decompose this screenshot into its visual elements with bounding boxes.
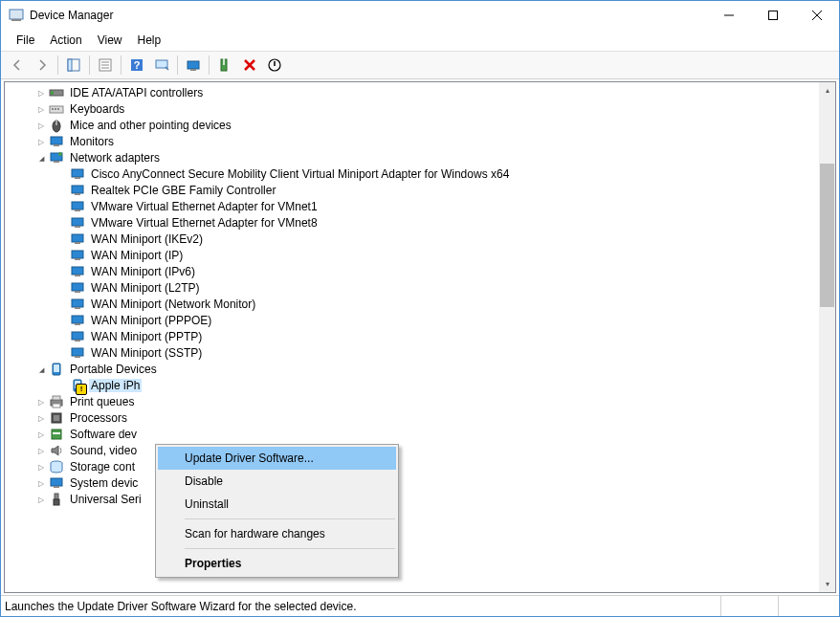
menu-view[interactable]: View xyxy=(90,32,130,49)
tree-node[interactable]: VMware Virtual Ethernet Adapter for VMne… xyxy=(5,214,819,231)
cpu-icon xyxy=(49,410,64,426)
tree-node[interactable]: Keyboards xyxy=(5,100,819,117)
ctx-disable[interactable]: Disable xyxy=(158,470,396,493)
svg-rect-22 xyxy=(51,91,54,95)
svg-rect-36 xyxy=(72,186,83,193)
ctx-properties[interactable]: Properties xyxy=(158,552,396,575)
tree-node[interactable]: Universal Seri xyxy=(5,491,819,507)
titlebar[interactable]: Device Manager xyxy=(1,1,839,30)
tree-node[interactable]: WAN Miniport (PPPOE) xyxy=(5,312,819,328)
tree-node[interactable]: System devic xyxy=(5,474,819,491)
tree-node[interactable]: VMware Virtual Ethernet Adapter for VMne… xyxy=(5,198,819,214)
tree-node-label: WAN Miniport (IKEv2) xyxy=(89,232,205,246)
twisty-icon[interactable] xyxy=(33,396,49,407)
ctx-uninstall[interactable]: Uninstall xyxy=(158,493,396,516)
tree-node[interactable]: Realtek PCIe GBE Family Controller xyxy=(5,182,819,198)
tree-node[interactable]: WAN Miniport (IKEv2) xyxy=(5,231,819,247)
ctx-update-driver[interactable]: Update Driver Software... xyxy=(158,447,396,470)
twisty-icon[interactable] xyxy=(33,477,49,488)
tree-node-label: Print queues xyxy=(68,395,136,408)
twisty-icon[interactable] xyxy=(33,461,49,472)
twisty-icon[interactable] xyxy=(33,120,49,130)
tree-node[interactable]: Portable Devices xyxy=(5,361,819,377)
svg-rect-32 xyxy=(54,161,59,163)
svg-rect-63 xyxy=(53,396,60,400)
scroll-down-button[interactable]: ▾ xyxy=(819,576,835,592)
tree-node-label: Realtek PCIe GBE Family Controller xyxy=(89,184,277,197)
scrollbar-thumb[interactable] xyxy=(820,164,834,307)
device-tree-area: IDE ATA/ATAPI controllersKeyboardsMice a… xyxy=(4,81,836,593)
tree-node[interactable]: Monitors xyxy=(5,133,819,149)
disable-button[interactable] xyxy=(263,54,286,77)
separator xyxy=(209,55,210,75)
ctx-scan-hardware[interactable]: Scan for hardware changes xyxy=(158,522,396,545)
menu-action[interactable]: Action xyxy=(42,32,89,49)
menu-file[interactable]: File xyxy=(9,32,42,49)
tree-node[interactable]: Network adapters xyxy=(5,149,819,165)
tree-node[interactable]: WAN Miniport (Network Monitor) xyxy=(5,296,819,312)
svg-text:?: ? xyxy=(134,59,141,71)
tree-node-label: Processors xyxy=(68,411,129,425)
scan-hardware-button[interactable] xyxy=(150,54,173,77)
svg-rect-61 xyxy=(75,381,80,388)
svg-rect-43 xyxy=(75,242,80,244)
tree-node-label: WAN Miniport (PPTP) xyxy=(89,330,204,343)
forward-button[interactable] xyxy=(31,54,54,77)
tree-node[interactable]: Cisco AnyConnect Secure Mobility Client … xyxy=(5,165,819,182)
back-button[interactable] xyxy=(6,54,29,77)
device-tree[interactable]: IDE ATA/ATAPI controllersKeyboardsMice a… xyxy=(5,82,819,592)
update-driver-button[interactable] xyxy=(182,54,205,77)
tree-node[interactable]: WAN Miniport (IPv6) xyxy=(5,263,819,279)
app-icon xyxy=(9,8,24,23)
twisty-icon[interactable] xyxy=(33,364,49,374)
tree-node-label: WAN Miniport (Network Monitor) xyxy=(89,297,257,311)
tree-node[interactable]: Mice and other pointing devices xyxy=(5,117,819,133)
svg-rect-57 xyxy=(75,356,80,358)
close-button[interactable] xyxy=(795,1,839,30)
tree-node[interactable]: WAN Miniport (L2TP) xyxy=(5,279,819,296)
twisty-icon[interactable] xyxy=(33,429,49,439)
twisty-icon[interactable] xyxy=(33,445,49,455)
tree-node[interactable]: Apple iPh xyxy=(5,377,819,393)
tree-node[interactable]: WAN Miniport (IP) xyxy=(5,247,819,263)
menu-help[interactable]: Help xyxy=(130,32,169,49)
uninstall-button[interactable] xyxy=(238,54,261,77)
svg-rect-37 xyxy=(75,193,80,195)
svg-point-33 xyxy=(58,152,62,156)
storage-icon xyxy=(49,459,64,474)
tree-node-label: WAN Miniport (IP) xyxy=(89,249,185,262)
twisty-icon[interactable] xyxy=(33,152,49,163)
tree-node[interactable]: Storage cont xyxy=(5,458,819,474)
show-hide-tree-button[interactable] xyxy=(62,54,85,77)
svg-rect-68 xyxy=(53,432,60,434)
properties-button[interactable] xyxy=(94,54,117,77)
tree-node[interactable]: WAN Miniport (PPTP) xyxy=(5,328,819,344)
twisty-icon[interactable] xyxy=(33,103,49,114)
scroll-up-button[interactable]: ▴ xyxy=(819,82,835,99)
svg-rect-52 xyxy=(72,316,83,323)
svg-rect-24 xyxy=(52,108,54,110)
separator xyxy=(185,548,395,549)
tree-node[interactable]: WAN Miniport (SSTP) xyxy=(5,344,819,361)
tree-node[interactable]: IDE ATA/ATAPI controllers xyxy=(5,84,819,100)
separator xyxy=(121,55,122,75)
twisty-icon[interactable] xyxy=(33,87,49,98)
tree-node-label: Cisco AnyConnect Secure Mobility Client … xyxy=(89,167,511,181)
tree-node[interactable]: Sound, video xyxy=(5,442,819,458)
twisty-icon[interactable] xyxy=(33,494,49,504)
twisty-icon[interactable] xyxy=(33,412,49,423)
twisty-icon[interactable] xyxy=(33,136,49,146)
tree-node[interactable]: Software dev xyxy=(5,426,819,442)
svg-rect-47 xyxy=(75,275,80,276)
maximize-button[interactable] xyxy=(751,1,795,30)
tree-node[interactable]: Print queues xyxy=(5,393,819,409)
tree-node[interactable]: Processors xyxy=(5,409,819,426)
svg-rect-71 xyxy=(54,486,59,488)
help-button[interactable]: ? xyxy=(125,54,148,77)
tree-node-label: Storage cont xyxy=(68,460,137,474)
enable-button[interactable] xyxy=(213,54,236,77)
vertical-scrollbar[interactable]: ▴ ▾ xyxy=(819,82,835,592)
phone-icon xyxy=(70,378,85,393)
adapter-icon xyxy=(70,231,85,247)
minimize-button[interactable] xyxy=(707,1,751,30)
